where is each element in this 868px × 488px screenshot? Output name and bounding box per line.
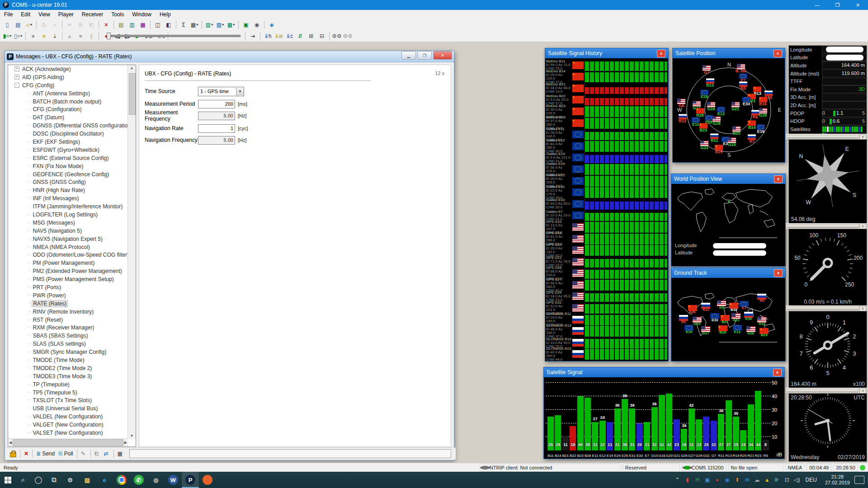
tree-item-pwr[interactable]: ┈PWR (Power) [8,291,128,300]
tree-item-cfg[interactable]: -CFG (Config) [8,81,128,89]
world-close-icon[interactable]: x [774,175,783,183]
tree-item-fxn[interactable]: ┈FXN (Fix Now Mode) [8,162,128,170]
tree-item-hnr[interactable]: ┈HNR (High Nav Rate) [8,186,128,194]
messages-restore-button[interactable]: ❐ [417,51,432,60]
scroll-down-arrow[interactable]: ▼ [129,434,135,438]
taskbar-app-whatsapp[interactable]: ✆ [130,472,147,488]
tree-item-nav5[interactable]: ┈NAV5 (Navigation 5) [8,227,128,235]
toolbar-icon[interactable]: ∗ [39,32,49,41]
tree-item-slas[interactable]: ┈SLAS (SLAS settings) [8,340,128,348]
taskbar-app-explorer[interactable]: ▨ [79,472,96,488]
tray-icon-10[interactable]: ⊡ [782,477,792,483]
menu-file[interactable]: File [0,10,17,19]
tree-item-tmode2[interactable]: ┈TMODE2 (Time Mode 2) [8,364,128,372]
tree-item-pms[interactable]: ┈PMS (Power Management Setup) [8,275,128,283]
tree-item-smgr[interactable]: ┈SMGR (Sync Manager Config) [8,348,128,356]
signal-title-bar[interactable]: Satellite Signal x [544,367,784,377]
toolbar-icon[interactable]: ▱▾ [24,20,34,29]
taskbar-clock[interactable]: 21:28 27.02.2019 [825,474,850,486]
tree-expand-icon[interactable]: - [14,83,19,88]
toolbar-icon[interactable]: ⌕ [50,20,60,29]
toolbar-icon[interactable]: Σ [179,20,189,29]
taskbar-app-settings[interactable]: ⚙ [61,472,79,488]
messages-minimize-button[interactable]: ▁ [401,51,416,60]
position-close-icon[interactable]: x [774,50,782,57]
clear-button[interactable]: ✕ [24,450,28,457]
toolbar-icon[interactable]: ⇥ [248,32,258,41]
tray-icon-6[interactable]: ✉ [742,477,752,483]
history-close-icon[interactable]: x [657,50,665,57]
tree-item-prt[interactable]: ┈PRT (Ports) [8,283,128,291]
tray-icon-11[interactable]: ◁) [792,477,802,483]
toolbar-icon[interactable]: ✕ [101,20,111,29]
tree-item-valget[interactable]: ┈VALGET (New Configuration) [8,421,128,429]
start-button[interactable] [0,472,15,488]
toolbar-icon[interactable]: ⎗ [86,20,96,29]
messages-close-button[interactable]: ✕ [433,51,452,60]
tree-item-pm2[interactable]: ┈PM2 (Extended Power Management) [8,267,128,275]
field-input[interactable]: 1 [198,124,235,133]
tree-item-valset[interactable]: ┈VALSET (New Configuration) [8,429,128,437]
toolbar-icon[interactable]: ▤ [116,20,126,29]
time-source-select[interactable]: 1 - GPS time▼ [198,87,244,96]
tray-icon-2[interactable]: ▣ [703,477,712,483]
toolbar-icon[interactable]: ■ [75,32,85,41]
world-title-bar[interactable]: World Position View x [671,174,785,184]
tree-item-aid[interactable]: +AID (GPS Aiding) [8,73,128,81]
tray-icon-4[interactable]: ◉ [722,477,732,483]
tree-item-esrc[interactable]: ┈ESRC (External Source Config) [8,154,128,162]
tree-item-rinv[interactable]: ┈RINV (Remote Inventory) [8,308,128,316]
tree-item-rate[interactable]: ┈RATE (Rates) [8,300,128,308]
tree-item-batch[interactable]: ┈BATCH (Batch mode output) [8,98,128,106]
toolbar-icon[interactable]: ⇓c [284,32,294,41]
toolbar-icon[interactable]: ▦ [138,20,148,29]
tray-icon-7[interactable]: ☁ [752,477,762,483]
toolbar-icon[interactable]: ⎘ [75,20,85,29]
menu-receiver[interactable]: Receiver [78,10,107,19]
poll-button[interactable]: ⎘Poll [58,450,73,457]
scroll-left-arrow[interactable]: ◀ [9,441,12,445]
tree-item-rxm[interactable]: ┈RXM (Receiver Manager) [8,324,128,332]
taskbar-app-u-center[interactable]: P [182,472,199,488]
menu-help[interactable]: Help [156,10,175,19]
tree-item-dosc[interactable]: ┈DOSC (Disciplined Oscillator) [8,130,128,138]
tree-item-itfm[interactable]: ┈ITFM (Jamming/Interference Monitor) [8,202,128,211]
toolbar-icon[interactable]: ⚙⚙ [343,32,353,41]
toolbar-icon[interactable]: ▯ [2,20,12,29]
tree-expand-icon[interactable]: + [14,75,19,80]
toolbar-icon[interactable]: ⚙⚙ [332,32,342,41]
tree-item-rst[interactable]: ┈RST (Reset) [8,316,128,324]
toolbar-icon[interactable]: ▧▾ [204,20,214,29]
toolbar-icon[interactable]: ⎙ [39,20,49,29]
tray-icon-5[interactable]: ⬆ [732,477,742,483]
tree-item-navx5[interactable]: ┈NAVX5 (Navigation Expert 5) [8,235,128,243]
tree-item-cfg[interactable]: ┈CFG (Configuration) [8,105,128,113]
task-view-icon[interactable]: ⧉ [46,472,61,488]
toolbar-icon[interactable]: ◉ [252,20,262,29]
tree-item-sbas[interactable]: ┈SBAS (SBAS Settings) [8,332,128,340]
tray-chevron-icon[interactable]: ⌃ [673,477,683,483]
toolbar-icon[interactable]: ▯=▾ [13,32,23,41]
tree-expand-icon[interactable]: + [14,66,19,71]
toolbar-icon[interactable]: ⇓w [274,32,283,41]
tree-item-esfgwt[interactable]: ┈ESFGWT (Gyro+Wheeltick) [8,146,128,154]
select-dropdown-icon[interactable]: ▼ [236,88,244,95]
tree-item-pm[interactable]: ┈PM (Power Management) [8,259,128,267]
tree-item-txslot[interactable]: ┈TXSLOT (Tx Time Slots) [8,397,128,405]
taskbar-app-word[interactable]: W [165,472,182,488]
toolbar-icon[interactable]: ◫ [153,20,163,29]
tree-item-geofence[interactable]: ┈GEOFENCE (Geofence Config) [8,170,128,178]
toolbar-icon[interactable]: ◧ [164,20,174,29]
scroll-right-arrow[interactable]: ▶ [124,441,127,445]
tree-item-gnss[interactable]: ┈GNSS (GNSS Config) [8,178,128,186]
tray-icon-8[interactable]: ▲ [762,477,772,483]
tree-item-valdel[interactable]: ┈VALDEL (New Configuration) [8,413,128,421]
tree-vertical-scrollbar[interactable]: ▲ ▼ [127,65,136,439]
tree-item-ant[interactable]: ┈ANT (Antenna Settings) [8,89,128,98]
toolbar-icon[interactable]: ⇵ [295,32,305,41]
toolbar-icon[interactable]: ▲ [65,32,75,41]
taskbar-app-app-grey[interactable]: ◍ [147,472,165,488]
tree-item-tp5[interactable]: ┈TP5 (Timepulse 5) [8,389,128,397]
taskbar-app-edge[interactable]: e [96,472,113,488]
notification-center-icon[interactable] [854,476,864,484]
